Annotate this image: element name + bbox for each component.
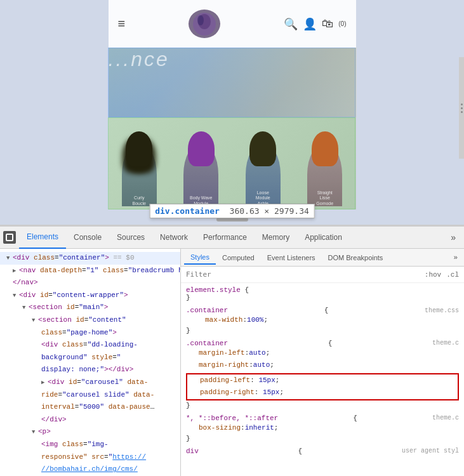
dom-panel-content[interactable]: <div class="container"> == $0 <nav data-… bbox=[0, 249, 180, 476]
subtab-dom-breakpoints[interactable]: DOM Breakpoints bbox=[322, 251, 390, 264]
tooltip-size: 360.63 × 2979.34 bbox=[225, 206, 309, 216]
tab-performance[interactable]: Performance bbox=[196, 227, 255, 249]
svg-point-2 bbox=[197, 15, 204, 25]
model-label-4: StraightLisseGomode bbox=[316, 190, 333, 206]
dom-line-dd2[interactable]: background" style=" bbox=[0, 352, 180, 364]
subtab-event-listeners[interactable]: Event Listeners bbox=[261, 251, 322, 264]
model-label-1: CurlyBoucle bbox=[133, 195, 146, 206]
styles-panel: Styles Computed Event Listeners DOM Brea… bbox=[181, 249, 464, 476]
website-content: ≡ 🔍 👤 🛍 (0) bbox=[0, 0, 464, 225]
dom-line-content-wrapper[interactable]: <div id="content-wrapper"> bbox=[0, 289, 180, 302]
triangle-p bbox=[32, 428, 38, 437]
dom-line-img2[interactable]: responsive" src="https:// bbox=[0, 451, 180, 464]
triangle-carousel bbox=[41, 378, 48, 387]
element-tooltip: div.container 360.63 × 2979.34 bbox=[149, 204, 315, 218]
model-item-4: StraightLisseGomode bbox=[294, 117, 356, 209]
hair-4 bbox=[312, 131, 338, 166]
style-block-container-margin: .container { theme.c margin-left: auto; … bbox=[186, 340, 459, 409]
subtab-styles[interactable]: Styles bbox=[184, 251, 216, 265]
dom-line-carousel2[interactable]: ride="carousel slide" data- bbox=[0, 389, 180, 402]
style-close-element: } bbox=[186, 294, 459, 301]
style-source-agent[interactable]: user agent styl bbox=[402, 447, 459, 454]
filter-right: :hov .cl bbox=[425, 271, 459, 279]
dom-line-carousel1[interactable]: <div id="carousel" data- bbox=[0, 376, 180, 389]
container-selector-1: .container bbox=[186, 307, 228, 314]
logo-area bbox=[185, 8, 223, 40]
user-icon: 👤 bbox=[303, 17, 317, 31]
model-item-3: LooseModuleAshle bbox=[232, 117, 295, 209]
style-selector-element: element.style { bbox=[186, 286, 459, 294]
triangle-nav bbox=[13, 267, 19, 275]
site-navbar: ≡ 🔍 👤 🛍 (0) bbox=[109, 0, 356, 48]
style-source-theme[interactable]: theme.css bbox=[425, 307, 459, 314]
triangle-wrapper bbox=[13, 291, 19, 300]
cart-count: (0) bbox=[338, 20, 346, 27]
filter-input[interactable] bbox=[186, 270, 425, 279]
tab-network[interactable]: Network bbox=[152, 227, 196, 249]
style-block-container-maxwidth: .container { theme.css max-width: 100%; … bbox=[186, 307, 459, 334]
subtabs-more[interactable]: » bbox=[450, 254, 461, 261]
universal-selector: *, *::before, *::after bbox=[186, 414, 278, 422]
hair-2 bbox=[188, 131, 215, 166]
tab-console[interactable]: Console bbox=[66, 227, 109, 249]
dom-line-p[interactable]: <p> bbox=[0, 426, 180, 439]
filter-bar: :hov .cl bbox=[181, 267, 464, 283]
style-rule-margin-left: margin-left: auto; bbox=[186, 347, 459, 360]
more-tabs-button[interactable]: » bbox=[446, 232, 461, 242]
triangle-content bbox=[32, 316, 38, 325]
dom-line-page-home[interactable]: class="page-home"> bbox=[0, 327, 180, 340]
dom-line-nav-close[interactable]: </nav> bbox=[0, 277, 180, 289]
nav-icons: 🔍 👤 🛍 (0) bbox=[284, 17, 346, 31]
dom-line-img1[interactable]: <img class="img- bbox=[0, 439, 180, 451]
hair-1 bbox=[126, 131, 152, 166]
devtools-logo bbox=[3, 231, 16, 244]
style-rule-maxwidth: max-width: 100%; bbox=[186, 314, 459, 327]
class-filter[interactable]: .cl bbox=[446, 271, 459, 279]
dom-line-carousel-close[interactable]: </div> bbox=[0, 414, 180, 426]
model-item-1: CurlyBoucle bbox=[109, 117, 171, 209]
cart-icon: 🛍 bbox=[322, 17, 333, 30]
div-selector: div bbox=[186, 447, 199, 455]
style-source-theme3[interactable]: theme.c bbox=[432, 414, 459, 421]
style-rule-padding-right: padding-right: 15px; bbox=[187, 387, 458, 399]
dom-line-dd3[interactable]: display: none;"></div> bbox=[0, 364, 180, 376]
dom-line-container[interactable]: <div class="container"> == $0 bbox=[0, 252, 180, 265]
dom-panel: <div class="container"> == $0 <nav data-… bbox=[0, 249, 181, 476]
tab-elements[interactable]: Elements bbox=[19, 227, 66, 249]
hero-section: ...nce bbox=[109, 48, 356, 117]
browser-preview: ≡ 🔍 👤 🛍 (0) bbox=[0, 0, 464, 225]
dom-line-content-sec[interactable]: <section id="content" bbox=[0, 314, 180, 327]
style-close-3: } bbox=[186, 435, 459, 442]
dom-line-img3[interactable]: //bombahair.ch/img/cms/ bbox=[0, 463, 180, 476]
dom-line-nav[interactable]: <nav data-depth="1" class="breadcrumb hi… bbox=[0, 265, 180, 277]
style-block-universal: *, *::before, *::after { theme.c box-siz… bbox=[186, 414, 459, 442]
hamburger-icon: ≡ bbox=[118, 17, 126, 31]
hover-filter[interactable]: :hov bbox=[425, 271, 441, 279]
dom-line-carousel3[interactable]: interval="5000" data-pause… bbox=[0, 401, 180, 414]
style-rule-box-sizing: box-sizing: inherit; bbox=[186, 422, 459, 435]
tab-application[interactable]: Application bbox=[297, 227, 350, 249]
style-rule-margin-right: margin-right: auto; bbox=[186, 359, 459, 372]
resize-handle[interactable] bbox=[459, 57, 464, 159]
style-block-element: element.style { } bbox=[186, 286, 459, 301]
devtools: Elements Console Sources Network Perform… bbox=[0, 225, 464, 476]
dom-line-main[interactable]: <section id="main"> bbox=[0, 301, 180, 314]
triangle-main bbox=[22, 303, 29, 312]
style-source-theme2[interactable]: theme.c bbox=[432, 340, 459, 347]
tab-sources[interactable]: Sources bbox=[109, 227, 152, 249]
dom-line-dd1[interactable]: <div class="dd-loading- bbox=[0, 339, 180, 352]
style-close-2: } bbox=[186, 402, 459, 409]
tab-memory[interactable]: Memory bbox=[255, 227, 297, 249]
style-rule-padding-left: padding-left: 15px; bbox=[187, 374, 458, 387]
models-section: CurlyBoucle Body WaveModule LooseMod bbox=[109, 117, 356, 209]
triangle-container bbox=[6, 254, 13, 263]
devtools-tabs: Elements Console Sources Network Perform… bbox=[0, 227, 464, 249]
search-icon: 🔍 bbox=[284, 17, 298, 31]
style-block-div: div { user agent styl bbox=[186, 447, 459, 455]
hero-text: ...nce bbox=[109, 48, 169, 70]
highlighted-rules-box: padding-left: 15px; padding-right: 15px; bbox=[186, 373, 459, 400]
styles-subtabs: Styles Computed Event Listeners DOM Brea… bbox=[181, 249, 464, 267]
subtab-computed[interactable]: Computed bbox=[216, 251, 261, 264]
model-item-2: Body WaveModule bbox=[170, 117, 232, 209]
container-selector-2: .container bbox=[186, 340, 228, 347]
